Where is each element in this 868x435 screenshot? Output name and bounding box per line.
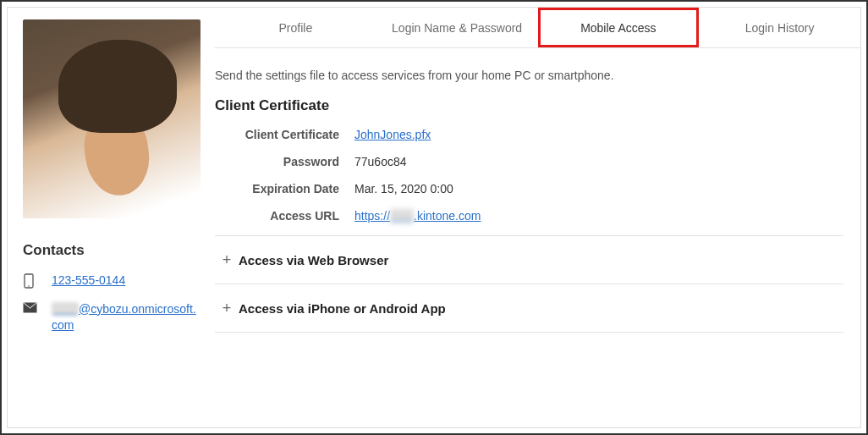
contact-email: xxxx@cybozu.onmicrosoft.com [23,301,200,334]
accordion-title: Access via iPhone or Android App [239,301,446,316]
password-value: 77u6oc84 [354,155,407,168]
field-label: Client Certificate [215,128,354,141]
certificate-file-link[interactable]: JohnJones.pfx [354,128,431,141]
tab-login-history[interactable]: Login History [699,8,860,47]
tab-login-password[interactable]: Login Name & Password [376,8,538,47]
mail-icon [23,302,40,313]
contact-phone: 123-555-0144 [23,273,200,289]
field-client-certificate: Client Certificate JohnJones.pfx [215,128,843,141]
avatar [23,19,201,218]
svg-point-1 [28,285,30,287]
contacts-heading: Contacts [23,242,200,259]
main: Profile Login Name & Password Mobile Acc… [215,8,860,427]
accordion-mobile-app[interactable]: + Access via iPhone or Android App [215,284,843,333]
phone-icon [23,273,40,289]
field-label: Password [215,155,354,168]
expiration-value: Mar. 15, 2020 0:00 [354,182,453,195]
access-url-link[interactable]: https://xxxx.kintone.com [354,209,481,223]
sidebar: Contacts 123-555-0144 xxxx@cybo [8,8,215,427]
tab-profile[interactable]: Profile [215,8,376,47]
field-password: Password 77u6oc84 [215,155,843,168]
contact-email-link[interactable]: xxxx@cybozu.onmicrosoft.com [52,301,200,334]
plus-icon: + [215,251,239,269]
field-access-url: Access URL https://xxxx.kintone.com [215,209,843,223]
client-certificate-heading: Client Certificate [215,97,843,114]
field-label: Access URL [215,209,354,223]
tab-mobile-access[interactable]: Mobile Access [538,8,700,47]
field-expiration: Expiration Date Mar. 15, 2020 0:00 [215,182,843,195]
contact-phone-link[interactable]: 123-555-0144 [52,273,125,289]
tabs: Profile Login Name & Password Mobile Acc… [215,8,860,48]
accordion-web-browser[interactable]: + Access via Web Browser [215,235,843,284]
tab-content: Send the settings file to access service… [215,48,860,333]
field-label: Expiration Date [215,182,354,195]
plus-icon: + [215,300,239,317]
accordion-title: Access via Web Browser [239,253,388,267]
instruction-text: Send the settings file to access service… [215,69,843,82]
